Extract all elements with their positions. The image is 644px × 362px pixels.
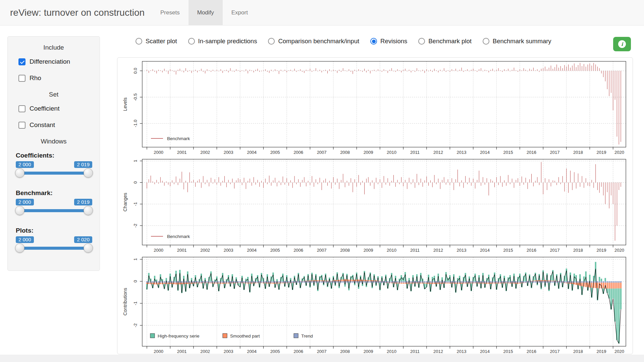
svg-text:2002: 2002 [200,349,210,354]
svg-text:2006: 2006 [293,349,303,354]
svg-text:2001: 2001 [177,248,187,253]
radio-circle-revisions[interactable] [370,38,377,45]
radio-circle-in-sample-predictions[interactable] [188,38,195,45]
svg-text:2010: 2010 [387,349,396,354]
slider-coefficients[interactable]: 2 000 2 019 [17,161,91,181]
svg-text:-1: -1 [133,301,138,305]
slider-group-coefficients: Coefficients: 2 000 2 019 [14,152,94,181]
slider-title-coefficients: Coefficients: [16,152,94,159]
checkbox-box-rho[interactable] [18,75,25,82]
svg-text:2020: 2020 [614,150,624,155]
svg-text:2001: 2001 [177,150,187,155]
radio-circle-benchmark-summary[interactable] [483,38,489,45]
svg-text:Benchmark: Benchmark [167,234,190,239]
slider-coefficients-handle-to[interactable] [84,168,93,178]
slider-plots-handle-from[interactable] [15,243,24,253]
checkbox-label-constant: Constant [30,121,55,129]
page-footer-strip [0,355,644,362]
tab-modify[interactable]: Modify [189,0,223,25]
svg-text:2014: 2014 [480,150,490,155]
checkbox-rho[interactable]: Rho [18,74,94,82]
svg-text:1: 1 [133,160,138,162]
tab-export[interactable]: Export [223,0,257,25]
svg-text:2018: 2018 [573,349,583,354]
slider-coefficients-handle-from[interactable] [15,168,24,178]
checkbox-label-differenciation: Differenciation [30,58,70,65]
svg-text:2017: 2017 [550,150,560,155]
radio-comparison-benchmark-input[interactable]: Comparison benchmark/input [268,38,359,45]
svg-text:2013: 2013 [457,248,467,253]
svg-text:2009: 2009 [364,349,373,354]
slider-plots-handle-to[interactable] [84,243,93,253]
svg-text:2002: 2002 [200,248,210,253]
svg-text:Benchmark: Benchmark [167,136,190,141]
radio-in-sample-predictions[interactable]: In-sample predictions [188,38,257,45]
slider-plots-from-label: 2 000 [16,236,34,243]
radio-benchmark-summary[interactable]: Benchmark summary [483,38,551,45]
plot-type-radio-group: Scatter plot In-sample predictions Compa… [136,34,551,49]
slider-benchmark-handle-from[interactable] [15,206,24,215]
checkbox-label-rho: Rho [30,74,41,82]
slider-benchmark[interactable]: 2 000 2 019 [17,199,91,218]
svg-text:2010: 2010 [387,150,396,155]
checkbox-coefficient[interactable]: Coefficient [18,105,94,112]
svg-text:2015: 2015 [503,349,513,354]
svg-text:2001: 2001 [177,349,187,354]
svg-text:2008: 2008 [340,349,350,354]
svg-text:2020: 2020 [614,349,624,354]
slider-coefficients-from-label: 2 000 [16,161,34,168]
svg-text:-1: -1 [133,202,138,206]
svg-text:2009: 2009 [364,150,373,155]
slider-plots-to-label: 2 020 [74,236,92,243]
radio-revisions[interactable]: Revisions [370,38,407,45]
svg-text:2010: 2010 [387,248,396,253]
slider-benchmark-to-label: 2 019 [74,199,92,205]
svg-text:2009: 2009 [364,248,373,253]
svg-text:2019: 2019 [597,349,606,354]
svg-text:2016: 2016 [527,248,536,253]
svg-text:0.0: 0.0 [133,68,138,74]
slider-group-plots: Plots: 2 000 2 020 [14,227,94,256]
radio-scatter-plot[interactable]: Scatter plot [136,38,177,45]
svg-text:2004: 2004 [247,248,257,253]
slider-benchmark-handle-to[interactable] [84,206,93,215]
svg-text:0: 0 [133,181,138,184]
changes-revisions-chart: Benchmark2000200120022003200420052006200… [121,157,629,255]
svg-text:2007: 2007 [317,349,327,354]
checkbox-box-differenciation[interactable] [18,58,25,65]
checkbox-constant[interactable]: Constant [18,121,94,129]
svg-text:2017: 2017 [550,349,560,354]
slider-coefficients-track[interactable] [18,172,90,175]
radio-label-scatter-plot: Scatter plot [146,38,177,45]
svg-text:2014: 2014 [480,248,490,253]
svg-text:2008: 2008 [340,248,350,253]
svg-text:2012: 2012 [433,349,443,354]
svg-text:2007: 2007 [317,150,327,155]
tab-presets[interactable]: Presets [152,0,189,25]
svg-text:2013: 2013 [457,349,467,354]
navbar: reView: turnover on construction Presets… [0,0,644,25]
app-title: reView: turnover on construction [10,0,145,25]
checkbox-box-coefficient[interactable] [18,105,25,112]
svg-text:2008: 2008 [340,150,350,155]
checkbox-differenciation[interactable]: Differenciation [18,58,94,65]
radio-benchmark-plot[interactable]: Benchmark plot [418,38,472,45]
radio-circle-scatter-plot[interactable] [136,38,142,45]
include-heading: Include [14,44,94,51]
info-button[interactable]: i [613,37,631,51]
slider-title-benchmark: Benchmark: [16,189,94,197]
radio-circle-comparison-benchmark-input[interactable] [268,38,275,45]
svg-text:2014: 2014 [480,349,490,354]
svg-text:2016: 2016 [527,150,536,155]
checkbox-box-constant[interactable] [18,122,25,129]
radio-label-in-sample-predictions: In-sample predictions [198,38,257,45]
svg-text:2005: 2005 [270,248,280,253]
windows-heading: Windows [14,138,94,145]
slider-benchmark-track[interactable] [18,209,90,212]
slider-plots[interactable]: 2 000 2 020 [17,236,91,256]
svg-text:2005: 2005 [270,150,280,155]
radio-circle-benchmark-plot[interactable] [418,38,425,45]
slider-plots-track[interactable] [18,247,90,250]
svg-text:2015: 2015 [503,150,513,155]
svg-text:2000: 2000 [154,248,163,253]
